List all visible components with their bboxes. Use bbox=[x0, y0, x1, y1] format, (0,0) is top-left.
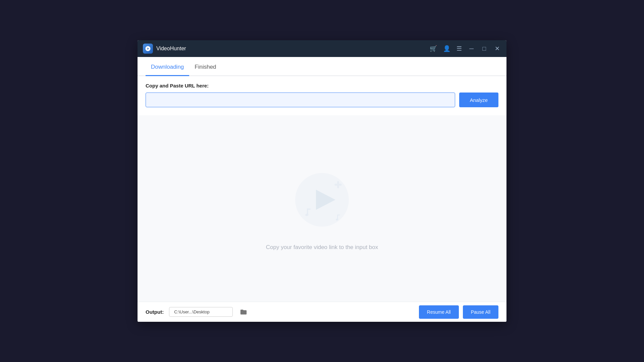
output-label: Output: bbox=[146, 309, 164, 315]
svg-rect-6 bbox=[337, 215, 340, 216]
url-input[interactable] bbox=[146, 93, 455, 107]
tabs-bar: Downloading Finished bbox=[138, 57, 506, 76]
app-window: VideoHunter 🛒 👤 ☰ ─ □ ✕ Downloading Fini… bbox=[138, 40, 506, 322]
maximize-button[interactable]: □ bbox=[481, 45, 487, 52]
url-row: Analyze bbox=[146, 93, 498, 107]
output-path: C:\User...\Desktop bbox=[169, 307, 233, 317]
resume-all-button[interactable]: Resume All bbox=[419, 305, 459, 319]
svg-rect-9 bbox=[334, 184, 342, 186]
video-empty-icon bbox=[288, 166, 356, 233]
tab-finished[interactable]: Finished bbox=[189, 57, 221, 76]
app-logo bbox=[143, 44, 153, 54]
url-section: Copy and Paste URL here: Analyze bbox=[138, 76, 506, 115]
cart-icon[interactable]: 🛒 bbox=[430, 46, 437, 52]
titlebar-icons: 🛒 👤 ☰ ─ □ ✕ bbox=[430, 45, 501, 52]
empty-state-icon bbox=[288, 166, 356, 235]
menu-icon[interactable]: ☰ bbox=[457, 46, 462, 52]
content-area: Downloading Finished Copy and Paste URL … bbox=[138, 57, 506, 322]
tab-downloading[interactable]: Downloading bbox=[146, 57, 189, 76]
bottom-actions: Resume All Pause All bbox=[419, 305, 498, 319]
account-icon[interactable]: 👤 bbox=[443, 46, 450, 52]
close-button[interactable]: ✕ bbox=[493, 45, 501, 52]
empty-state-text: Copy your favorite video link to the inp… bbox=[266, 244, 378, 251]
main-area: Copy your favorite video link to the inp… bbox=[138, 115, 506, 302]
url-label: Copy and Paste URL here: bbox=[146, 83, 498, 88]
titlebar: VideoHunter 🛒 👤 ☰ ─ □ ✕ bbox=[138, 40, 506, 57]
browse-folder-button[interactable] bbox=[238, 307, 249, 317]
bottom-bar: Output: C:\User...\Desktop Resume All Pa… bbox=[138, 302, 506, 322]
logo-icon bbox=[145, 46, 151, 52]
svg-rect-3 bbox=[307, 208, 311, 210]
pause-all-button[interactable]: Pause All bbox=[463, 305, 498, 319]
app-title: VideoHunter bbox=[156, 46, 430, 52]
minimize-button[interactable]: ─ bbox=[468, 45, 475, 52]
analyze-button[interactable]: Analyze bbox=[459, 93, 498, 107]
